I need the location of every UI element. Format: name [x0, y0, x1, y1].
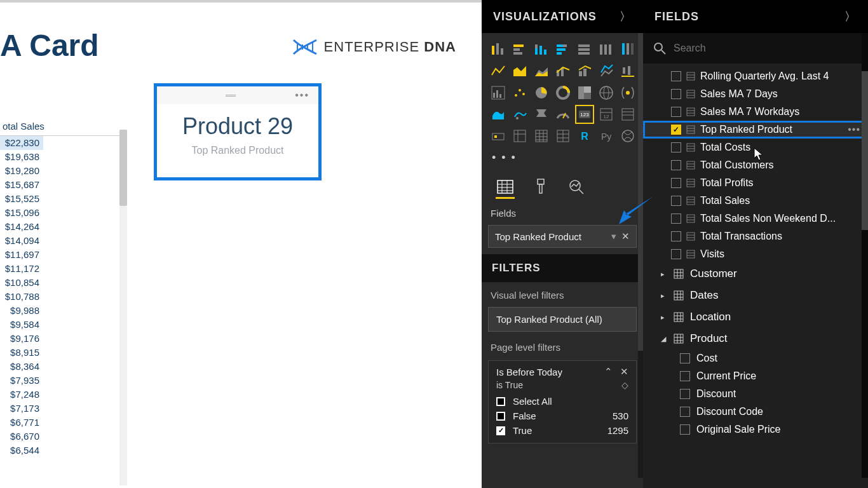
viz-type-icon[interactable]	[619, 62, 637, 80]
field-checkbox[interactable]	[680, 407, 690, 417]
viz-type-icon[interactable]	[489, 127, 507, 145]
sales-cell[interactable]: $6,771	[0, 416, 43, 430]
viz-type-icon[interactable]	[554, 105, 572, 123]
expand-icon[interactable]: ▸	[661, 313, 667, 322]
dropdown-icon[interactable]: ▾	[611, 231, 616, 241]
fields-tab[interactable]	[496, 176, 515, 199]
field-checkbox[interactable]	[671, 249, 681, 259]
viz-type-icon[interactable]	[619, 41, 637, 58]
viz-type-icon[interactable]	[619, 105, 637, 123]
table-item[interactable]: ▸Dates	[643, 285, 868, 306]
sales-cell[interactable]: $7,173	[0, 402, 43, 416]
field-checkbox[interactable]	[671, 71, 681, 81]
expand-icon[interactable]: ▸	[661, 292, 667, 300]
sales-cell[interactable]: $9,584	[0, 318, 43, 332]
card-header[interactable]: ══ •••	[157, 86, 318, 104]
viz-type-icon[interactable]	[576, 62, 593, 80]
sales-cell[interactable]: $9,988	[0, 304, 43, 318]
viz-type-icon[interactable]	[511, 127, 529, 145]
viz-type-icon[interactable]	[554, 62, 572, 80]
viz-type-icon[interactable]	[554, 127, 572, 145]
field-item[interactable]: ✓Top Ranked Product•••	[643, 121, 868, 139]
collapse-icon[interactable]: ⌃	[604, 366, 613, 377]
table-item[interactable]: ◢Product	[643, 328, 868, 349]
table-item[interactable]: ▸Customer	[643, 263, 868, 285]
field-item[interactable]: Discount Code	[643, 403, 868, 421]
viz-type-icon[interactable]: Py	[597, 127, 615, 145]
field-item[interactable]: Discount	[643, 385, 868, 403]
filter-option[interactable]: ✓True1295	[496, 423, 628, 438]
viz-type-icon[interactable]	[619, 84, 637, 102]
viz-more-icon[interactable]: • • •	[482, 149, 643, 167]
field-checkbox[interactable]	[680, 353, 690, 363]
field-checkbox[interactable]	[671, 142, 681, 152]
viz-type-icon[interactable]	[597, 84, 615, 102]
field-checkbox[interactable]	[671, 178, 681, 188]
sales-cell[interactable]: $8,364	[0, 360, 43, 374]
remove-icon[interactable]: ✕	[621, 231, 630, 241]
viz-type-icon[interactable]	[532, 127, 550, 145]
viz-type-icon[interactable]	[619, 127, 637, 145]
fields-scrollbar[interactable]	[862, 33, 868, 478]
fields-scrollbar-thumb[interactable]	[862, 71, 868, 230]
viz-type-icon[interactable]: 123	[576, 105, 593, 123]
field-item[interactable]: Total Sales Non Weekend D...	[643, 210, 868, 227]
viz-type-icon[interactable]: R	[576, 127, 593, 145]
viz-type-icon[interactable]	[489, 105, 507, 123]
viz-scrollbar[interactable]	[638, 33, 643, 478]
viz-type-icon[interactable]	[597, 41, 615, 58]
chevron-right-icon[interactable]: 〉	[620, 9, 632, 24]
sales-cell[interactable]: $6,544	[0, 444, 43, 458]
viz-type-icon[interactable]	[511, 84, 529, 102]
sales-cell[interactable]: $9,176	[0, 332, 43, 346]
sales-cell[interactable]: $11,697	[0, 248, 43, 262]
sales-table[interactable]: otal Sales $22,830$19,638$19,280$15,687$…	[0, 118, 127, 458]
checkbox[interactable]: ✓	[496, 426, 505, 435]
filter-option[interactable]: Select All	[496, 394, 628, 409]
sales-cell[interactable]: $7,935	[0, 374, 43, 388]
checkbox[interactable]	[496, 397, 505, 406]
field-item[interactable]: Rolling Quarterly Avg. Last 4	[643, 67, 868, 85]
field-checkbox[interactable]	[671, 196, 681, 206]
expand-icon[interactable]: ◢	[661, 335, 667, 343]
field-item[interactable]: Total Transactions	[643, 227, 868, 245]
close-icon[interactable]: ✕	[620, 366, 628, 377]
sales-cell[interactable]: $8,915	[0, 346, 43, 360]
page-filter-box[interactable]: Is Before Today ⌃✕ is True ◇ Select AllF…	[488, 360, 637, 444]
card-visual[interactable]: ══ ••• Product 29 Top Ranked Product	[154, 83, 322, 180]
sales-cell[interactable]: $15,096	[0, 206, 43, 220]
sales-cell[interactable]: $22,830	[0, 136, 43, 150]
viz-type-icon[interactable]	[511, 62, 529, 80]
field-menu-icon[interactable]: •••	[848, 124, 860, 135]
eraser-icon[interactable]: ◇	[621, 380, 628, 390]
grip-icon[interactable]: ══	[166, 91, 295, 100]
viz-type-icon[interactable]	[576, 84, 593, 102]
field-checkbox[interactable]	[671, 89, 681, 99]
fields-search[interactable]	[643, 33, 868, 64]
expand-icon[interactable]: ▸	[661, 270, 667, 278]
field-checkbox[interactable]	[680, 371, 690, 381]
sales-cell[interactable]: $6,670	[0, 430, 43, 444]
viz-type-icon[interactable]	[554, 84, 572, 102]
field-checkbox[interactable]	[680, 389, 690, 399]
sales-cell[interactable]: $19,638	[0, 150, 43, 164]
field-item[interactable]: Sales MA 7 Workdays	[643, 103, 868, 121]
format-tab[interactable]	[531, 176, 550, 199]
viz-panel-header[interactable]: VISUALIZATIONS 〉	[482, 0, 643, 33]
table-item[interactable]: ▸Location	[643, 306, 868, 328]
viz-type-icon[interactable]	[511, 41, 529, 58]
viz-type-icon[interactable]	[532, 62, 550, 80]
field-checkbox[interactable]: ✓	[671, 125, 681, 135]
field-checkbox[interactable]	[671, 107, 681, 117]
viz-scrollbar-thumb[interactable]	[638, 33, 643, 351]
viz-type-icon[interactable]	[511, 105, 529, 123]
field-item[interactable]: Visits	[643, 245, 868, 263]
scrollbar-thumb[interactable]	[119, 130, 127, 206]
chevron-right-icon[interactable]: 〉	[844, 9, 857, 24]
field-item[interactable]: Current Price	[643, 367, 868, 385]
card-menu-icon[interactable]: •••	[295, 90, 309, 101]
viz-type-icon[interactable]	[554, 41, 572, 58]
visual-filter-chip[interactable]: Top Ranked Product (All)	[488, 307, 637, 332]
sales-cell[interactable]: $15,687	[0, 178, 43, 192]
viz-type-icon[interactable]	[532, 41, 550, 58]
